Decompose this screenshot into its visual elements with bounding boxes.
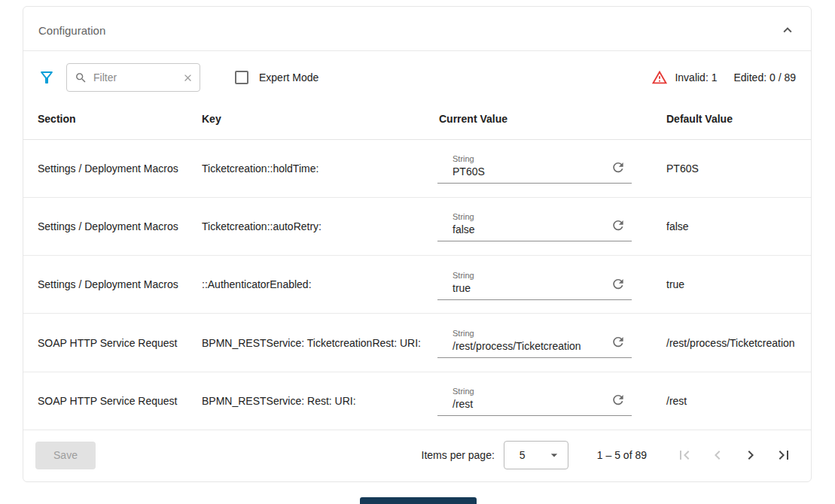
- row-section: SOAP HTTP Service Request: [38, 337, 202, 349]
- reset-value-icon[interactable]: [611, 393, 626, 408]
- page-range-label: 1 – 5 of 89: [597, 449, 647, 461]
- reset-value-icon[interactable]: [611, 276, 626, 291]
- chevron-left-icon: [709, 455, 727, 466]
- panel-title: Configuration: [38, 24, 105, 37]
- current-value-input[interactable]: PT60S: [453, 165, 606, 178]
- table-header: Section Key Current Value Default Value: [23, 99, 811, 140]
- column-header-section: Section: [38, 113, 202, 125]
- expert-mode-checkbox[interactable]: [235, 71, 248, 84]
- reset-value-icon[interactable]: [611, 335, 626, 350]
- current-value-input[interactable]: true: [453, 282, 606, 294]
- current-value-field[interactable]: String true: [437, 269, 632, 300]
- row-section: Settings / Deployment Macros: [38, 278, 202, 290]
- panel-footer: Save Items per page: 5 1 – 5 of 89: [23, 430, 811, 481]
- current-value-field[interactable]: String /rest/process/Ticketcreation: [437, 327, 632, 358]
- row-key: BPMN_RESTService: Rest: URI:: [202, 395, 439, 407]
- value-type-label: String: [453, 387, 606, 396]
- row-key: BPMN_RESTService: TicketcreationRest: UR…: [202, 337, 439, 349]
- column-header-key: Key: [202, 113, 439, 125]
- paginator: Items per page: 5 1 – 5 of 89: [422, 441, 800, 469]
- next-page-button[interactable]: [742, 446, 760, 464]
- clear-filter-icon[interactable]: [182, 72, 194, 83]
- filter-funnel-icon[interactable]: [38, 68, 56, 87]
- row-default-value: PT60S: [666, 162, 800, 175]
- current-value-field[interactable]: String PT60S: [437, 153, 632, 184]
- invalid-status: Invalid: 1: [651, 69, 717, 86]
- column-header-current-value: Current Value: [439, 113, 666, 125]
- invalid-label: Invalid: 1: [675, 71, 717, 83]
- table-row: Settings / Deployment Macros ::Authentic…: [23, 256, 811, 314]
- current-value-input[interactable]: false: [453, 223, 606, 235]
- chevron-up-icon: [779, 29, 796, 41]
- current-value-field[interactable]: String /rest: [437, 385, 632, 416]
- table-row: Settings / Deployment Macros Ticketcreat…: [23, 198, 811, 256]
- row-key: Ticketcreation::autoRetry:: [202, 220, 439, 232]
- filter-input[interactable]: [92, 71, 178, 84]
- value-type-label: String: [453, 329, 606, 338]
- row-default-value: true: [666, 278, 800, 290]
- toolbar-status: Invalid: 1 Edited: 0 / 89: [651, 69, 796, 86]
- last-page-icon: [775, 455, 793, 466]
- row-default-value: /rest: [666, 395, 800, 407]
- row-section: Settings / Deployment Macros: [38, 220, 202, 232]
- table-row: Settings / Deployment Macros Ticketcreat…: [23, 140, 811, 198]
- toolbar: Expert Mode Invalid: 1 Edited: 0 / 89: [23, 51, 811, 99]
- configuration-panel: Configuration Expert Mode: [23, 6, 812, 482]
- value-type-label: String: [453, 154, 606, 163]
- value-type-label: String: [453, 271, 606, 280]
- expert-mode-label: Expert Mode: [259, 71, 318, 83]
- bottom-bar: [360, 497, 477, 504]
- page-size-select[interactable]: 5: [504, 441, 568, 469]
- table-row: SOAP HTTP Service Request BPMN_RESTServi…: [23, 314, 811, 372]
- expert-mode-toggle[interactable]: Expert Mode: [235, 71, 318, 84]
- save-button[interactable]: Save: [35, 442, 96, 469]
- filter-field[interactable]: [66, 63, 200, 92]
- value-type-label: String: [453, 212, 606, 221]
- row-key: Ticketcreation::holdTime:: [202, 162, 439, 175]
- row-default-value: false: [666, 220, 800, 232]
- row-default-value: /rest/process/Ticketcreation: [666, 337, 804, 349]
- row-key: ::AuthenticatorEnabled:: [202, 278, 439, 290]
- reset-value-icon[interactable]: [611, 218, 626, 233]
- first-page-icon: [675, 455, 693, 466]
- last-page-button[interactable]: [775, 446, 793, 464]
- row-section: SOAP HTTP Service Request: [38, 395, 202, 407]
- current-value-input[interactable]: /rest: [453, 398, 606, 410]
- current-value-input[interactable]: /rest/process/Ticketcreation: [453, 340, 606, 352]
- panel-header: Configuration: [23, 7, 811, 50]
- previous-page-button[interactable]: [709, 446, 727, 464]
- first-page-button[interactable]: [675, 446, 693, 464]
- chevron-down-icon: [547, 448, 562, 463]
- table-row: SOAP HTTP Service Request BPMN_RESTServi…: [23, 372, 811, 430]
- search-icon: [75, 71, 87, 84]
- collapse-button[interactable]: [778, 20, 797, 40]
- reset-value-icon[interactable]: [611, 160, 626, 175]
- page-size-value: 5: [520, 449, 526, 461]
- edited-label: Edited: 0 / 89: [733, 71, 796, 83]
- row-section: Settings / Deployment Macros: [38, 162, 202, 175]
- warning-icon: [651, 69, 668, 86]
- current-value-field[interactable]: String false: [437, 211, 632, 241]
- chevron-right-icon: [742, 455, 760, 466]
- column-header-default-value: Default Value: [666, 113, 800, 125]
- items-per-page-label: Items per page:: [422, 449, 495, 461]
